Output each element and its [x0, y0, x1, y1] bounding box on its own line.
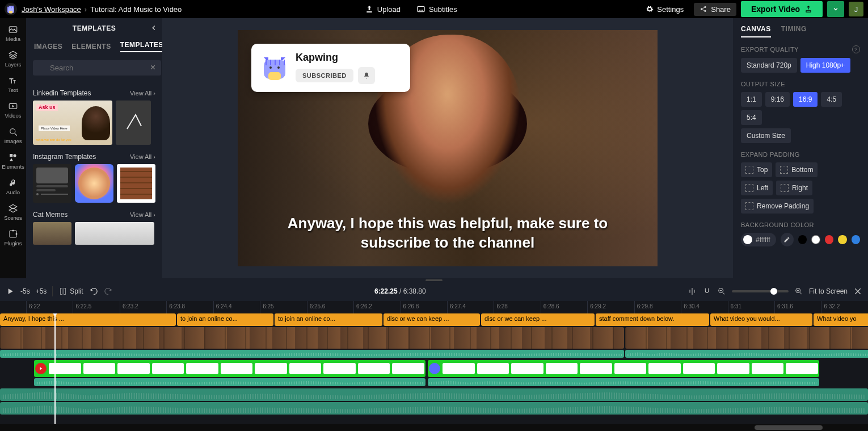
color-blue[interactable] [852, 235, 860, 244]
video-canvas[interactable]: Kapwing SUBSCRIBED Anyway, I hope this w… [238, 30, 658, 266]
viewall-link[interactable]: View All › [130, 153, 155, 160]
sidebar-tab-templates[interactable]: TEMPLATES [120, 41, 163, 52]
color-yellow[interactable] [838, 235, 846, 244]
eyedropper-button[interactable] [781, 233, 794, 246]
rail-elements[interactable]: Elements [1, 149, 26, 173]
zoom-slider[interactable] [732, 290, 789, 292]
timeline-tracks[interactable]: Anyway, I hope this ...to join an online… [0, 313, 868, 424]
settings-button[interactable]: Settings [640, 3, 689, 16]
user-avatar[interactable]: J [849, 2, 863, 16]
svg-rect-2 [418, 6, 424, 11]
custom-size-button[interactable]: Custom Size [741, 128, 791, 143]
ruler-tick: 6:23.2 [120, 301, 166, 313]
upload-button[interactable]: Upload [359, 2, 406, 16]
rail-layers[interactable]: Layers [1, 47, 26, 70]
template-card[interactable] [33, 222, 71, 245]
sidebar-tab-images[interactable]: IMAGES [34, 43, 62, 51]
viewall-link[interactable]: View All › [130, 211, 155, 218]
color-black[interactable] [798, 235, 807, 244]
left-rail: Media Layers TTText Videos Images Elemen… [0, 18, 26, 278]
template-card[interactable] [33, 164, 71, 203]
rail-text[interactable]: TTText [1, 73, 26, 96]
svg-point-6 [705, 6, 706, 8]
zoom-in-icon[interactable] [794, 287, 803, 296]
subtitle-clip[interactable]: disc or we can keep ... [384, 313, 480, 326]
subtitle-clip[interactable]: to join an online co... [177, 313, 273, 326]
ruler-tick: 6:28.6 [541, 301, 587, 313]
pad-left[interactable]: Left [741, 181, 773, 195]
logo-icon[interactable] [5, 3, 17, 15]
snap-icon[interactable] [688, 287, 697, 296]
bell-button[interactable] [358, 67, 375, 84]
redo-button[interactable] [104, 287, 113, 296]
ruler-tick: 6:25.6 [307, 301, 353, 313]
back-5s[interactable]: -5s [20, 287, 30, 295]
subtitle-clip[interactable]: What video you would... [710, 313, 812, 326]
rp-tab-timing[interactable]: TIMING [781, 25, 807, 37]
subtitle-clip[interactable]: staff comment down below. [596, 313, 709, 326]
overlay-clip[interactable] [428, 360, 819, 377]
export-dropdown-button[interactable] [827, 1, 844, 17]
ruler-tick: 6:22 [26, 301, 73, 313]
svg-point-17 [16, 233, 18, 235]
rail-audio[interactable]: Audio [1, 175, 26, 198]
size-5-4[interactable]: 5:4 [741, 110, 762, 125]
size-9-16[interactable]: 9:16 [765, 92, 790, 107]
timeline-ruler[interactable]: 6:226:22.56:23.26:23.86:24.46:256:25.66:… [0, 301, 868, 313]
zoom-out-icon[interactable] [717, 287, 726, 296]
color-white[interactable] [811, 235, 820, 244]
share-button[interactable]: Share [694, 3, 736, 16]
rail-media[interactable]: Media [1, 22, 26, 45]
template-card[interactable]: Ask usPlace Video Herewhat we can do for… [33, 101, 112, 145]
help-icon[interactable]: ? [852, 45, 860, 53]
breadcrumb-workspace[interactable]: Josh's Workspace [22, 5, 81, 14]
subtitle-clip[interactable]: Anyway, I hope this ... [0, 313, 176, 326]
quality-720p[interactable]: Standard 720p [741, 58, 797, 73]
rail-videos[interactable]: Videos [1, 98, 26, 122]
size-4-5[interactable]: 4:5 [821, 92, 842, 107]
subscribed-button[interactable]: SUBSCRIBED [296, 69, 353, 82]
sidebar-tab-elements[interactable]: ELEMENTS [71, 43, 111, 51]
rail-plugins[interactable]: Plugins [1, 226, 26, 249]
template-card[interactable] [75, 222, 154, 245]
rp-tab-canvas[interactable]: CANVAS [741, 25, 771, 37]
video-track[interactable] [0, 327, 868, 349]
undo-button[interactable] [89, 287, 98, 296]
timeline-hscroll[interactable] [0, 424, 868, 431]
subtitle-clip[interactable]: What video yo [814, 313, 868, 326]
subtitles-button[interactable]: Subtitles [411, 2, 463, 16]
card-title: Kapwing [296, 52, 375, 64]
export-button[interactable]: Export Video [741, 1, 823, 17]
template-card[interactable] [75, 164, 113, 203]
split-button[interactable]: Split [58, 287, 83, 296]
viewall-link[interactable]: View All › [130, 90, 155, 97]
color-red[interactable] [825, 235, 833, 244]
size-1-1[interactable]: 1:1 [741, 92, 762, 107]
magnet-icon[interactable] [702, 287, 711, 296]
play-button[interactable] [6, 287, 15, 296]
playhead-time: 6:22.25 / 6:38.80 [374, 287, 426, 295]
pad-top[interactable]: Top [741, 162, 772, 177]
svg-text:T: T [13, 79, 16, 85]
clear-search-icon[interactable] [149, 64, 157, 71]
sidebar-collapse-button[interactable] [150, 24, 158, 34]
ruler-tick: 6:32.2 [821, 301, 867, 313]
rail-images[interactable]: Images [1, 124, 26, 147]
current-color[interactable]: #ffffff [741, 233, 776, 246]
subtitle-clip[interactable]: to join an online co... [275, 313, 382, 326]
playhead[interactable] [54, 313, 56, 424]
template-card[interactable] [117, 164, 155, 203]
quality-1080p[interactable]: High 1080p+ [800, 58, 850, 73]
template-card[interactable] [116, 101, 151, 145]
pad-bottom[interactable]: Bottom [776, 162, 818, 177]
size-16-9[interactable]: 16:9 [793, 92, 818, 107]
close-timeline-icon[interactable] [853, 287, 862, 296]
rail-scenes[interactable]: Scenes [1, 200, 26, 224]
subtitle-clip[interactable]: disc or we can keep ... [481, 313, 595, 326]
remove-padding[interactable]: Remove Padding [741, 199, 814, 214]
overlay-clip[interactable] [34, 360, 425, 377]
search-input[interactable] [33, 60, 161, 76]
fit-to-screen[interactable]: Fit to Screen [809, 287, 848, 295]
fwd-5s[interactable]: +5s [36, 287, 47, 295]
pad-right[interactable]: Right [776, 181, 812, 195]
